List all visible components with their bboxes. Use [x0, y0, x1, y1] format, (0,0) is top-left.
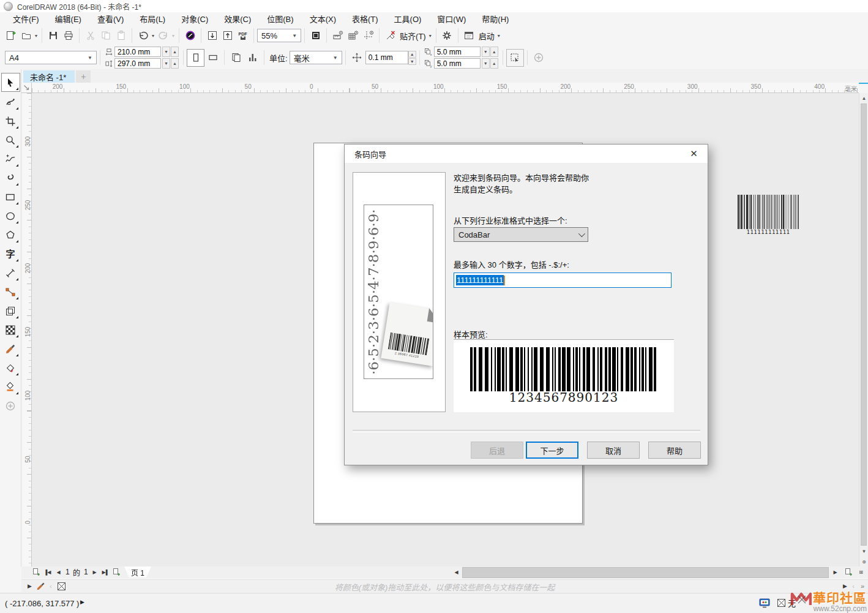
- zoom-level-combo[interactable]: 55% ▼: [257, 29, 301, 42]
- launch-label[interactable]: 启动: [479, 30, 495, 42]
- document-navigator-button[interactable]: [844, 567, 853, 577]
- page-width-spinner[interactable]: ▼▲: [162, 47, 179, 57]
- drop-shadow-tool[interactable]: [2, 302, 20, 320]
- import-button[interactable]: [204, 28, 220, 43]
- page-height-spinner[interactable]: ▼▲: [162, 58, 179, 69]
- vertical-scroll-thumb[interactable]: [861, 103, 867, 546]
- zoom-scroll-icon[interactable]: ⊕: [859, 557, 868, 566]
- mesh-fill-tool[interactable]: [2, 321, 20, 339]
- units-combo[interactable]: 毫米 ▼: [290, 51, 342, 64]
- snap-menu-label[interactable]: 贴齐(T): [400, 30, 426, 42]
- open-button[interactable]: [18, 28, 34, 43]
- format-select[interactable]: CodaBar: [454, 227, 588, 242]
- chevron-down-icon[interactable]: ▼: [288, 33, 297, 39]
- menu-item[interactable]: 工具(O): [386, 12, 430, 26]
- duplicate-y-field[interactable]: [434, 58, 481, 69]
- connector-tool[interactable]: [2, 283, 20, 301]
- digits-input[interactable]: 111111111111: [454, 273, 672, 288]
- page-size-combo[interactable]: A4 ▼: [5, 51, 97, 64]
- show-grid-button[interactable]: [345, 28, 361, 43]
- dialog-close-button[interactable]: ✕: [680, 145, 708, 163]
- launch-dropdown-icon[interactable]: ▾: [498, 33, 500, 39]
- undo-dropdown-icon[interactable]: ▾: [152, 33, 154, 39]
- status-flyout-icon[interactable]: ▶: [80, 599, 84, 605]
- polygon-tool[interactable]: [2, 226, 20, 244]
- nudge-distance-field[interactable]: [365, 51, 408, 64]
- menu-item[interactable]: 帮助(H): [474, 12, 517, 26]
- treat-as-filled-button[interactable]: [506, 49, 524, 67]
- menu-item[interactable]: 文本(X): [302, 12, 344, 26]
- next-page-button[interactable]: ▶: [90, 567, 99, 577]
- horizontal-ruler[interactable]: 毫米 20015010050050100150200250300350400: [32, 83, 859, 93]
- dialog-title-bar[interactable]: 条码向导: [345, 145, 708, 163]
- menu-item[interactable]: 文件(F): [5, 12, 47, 26]
- open-dropdown-icon[interactable]: ▾: [35, 33, 37, 39]
- menu-item[interactable]: 表格(T): [344, 12, 386, 26]
- add-page-start-button[interactable]: [32, 567, 41, 577]
- freehand-tool[interactable]: [2, 150, 20, 168]
- new-document-tab-button[interactable]: +: [76, 70, 91, 83]
- undo-button[interactable]: [135, 28, 151, 43]
- scroll-down-icon[interactable]: ▼: [859, 546, 868, 556]
- document-tab[interactable]: 未命名 -1*: [21, 70, 75, 83]
- vertical-scrollbar[interactable]: ▲ ▼ ⊕: [859, 93, 868, 566]
- last-page-button[interactable]: ▶▌: [101, 567, 110, 577]
- chevron-down-icon[interactable]: ▼: [84, 55, 92, 61]
- menu-item[interactable]: 窗口(W): [429, 12, 474, 26]
- page-width-field[interactable]: [114, 47, 161, 57]
- portrait-button[interactable]: [187, 49, 204, 67]
- launch-icon[interactable]: [462, 28, 477, 43]
- save-button[interactable]: [45, 28, 61, 43]
- palette-flyout-right-icon[interactable]: ▶: [843, 580, 847, 592]
- nudge-spinner[interactable]: ▲▼: [408, 51, 416, 65]
- ruler-origin-button[interactable]: [21, 83, 32, 93]
- new-document-button[interactable]: [3, 28, 18, 43]
- menu-item[interactable]: 位图(B): [259, 12, 301, 26]
- page-tab[interactable]: 页 1: [124, 566, 151, 577]
- text-tool[interactable]: 字: [2, 245, 20, 263]
- scroll-right-icon[interactable]: ▶: [831, 567, 840, 577]
- show-rulers-button[interactable]: [330, 28, 345, 43]
- duplicate-x-field[interactable]: [434, 47, 481, 57]
- palette-scroll-icon[interactable]: ‹: [852, 580, 855, 592]
- page-height-field[interactable]: [114, 58, 161, 69]
- horizontal-scrollbar[interactable]: [461, 567, 830, 577]
- crop-tool[interactable]: [2, 112, 20, 130]
- vertical-ruler[interactable]: 300250200150100500: [23, 93, 32, 566]
- add-page-end-button[interactable]: [112, 567, 121, 577]
- add-tools[interactable]: [2, 397, 20, 415]
- zoom-tool[interactable]: [2, 131, 20, 149]
- duplicate-y-spinner[interactable]: ▼▲: [482, 58, 498, 69]
- menu-item[interactable]: 对象(C): [173, 12, 216, 26]
- pick-tool[interactable]: [1, 73, 20, 92]
- horizontal-scroll-thumb[interactable]: [462, 567, 829, 578]
- print-button[interactable]: [61, 28, 76, 43]
- shape-tool[interactable]: [2, 93, 20, 111]
- smart-fill-tool[interactable]: [2, 378, 20, 396]
- scroll-up-icon[interactable]: ▲: [859, 93, 868, 103]
- ellipse-tool[interactable]: [2, 207, 20, 225]
- show-guidelines-button[interactable]: [361, 28, 376, 43]
- all-pages-button[interactable]: [228, 50, 244, 66]
- next-button[interactable]: 下一步: [526, 442, 578, 459]
- duplicate-x-spinner[interactable]: ▼▲: [482, 47, 498, 57]
- scroll-left-icon[interactable]: ◀: [452, 567, 461, 577]
- help-button[interactable]: 帮助: [648, 442, 701, 459]
- snap-off-icon[interactable]: [383, 28, 398, 43]
- export-button[interactable]: [220, 28, 235, 43]
- rectangle-tool[interactable]: [2, 188, 20, 206]
- artistic-media-tool[interactable]: [2, 169, 20, 187]
- color-proof-icon[interactable]: [758, 598, 771, 608]
- menu-item[interactable]: 查看(V): [89, 12, 132, 26]
- interactive-fill-tool[interactable]: [2, 359, 20, 377]
- menu-item[interactable]: 编辑(E): [47, 12, 89, 26]
- snap-dropdown-icon[interactable]: ▾: [429, 33, 432, 39]
- options-gear-button[interactable]: [440, 28, 455, 43]
- full-screen-preview-button[interactable]: [308, 28, 323, 43]
- chevron-down-icon[interactable]: ▼: [329, 55, 338, 61]
- previous-page-button[interactable]: ◀: [54, 567, 63, 577]
- menu-item[interactable]: 效果(C): [216, 12, 259, 26]
- cancel-button[interactable]: 取消: [587, 442, 640, 459]
- eyedropper-tool[interactable]: [2, 340, 20, 358]
- dimension-tool[interactable]: [2, 264, 20, 282]
